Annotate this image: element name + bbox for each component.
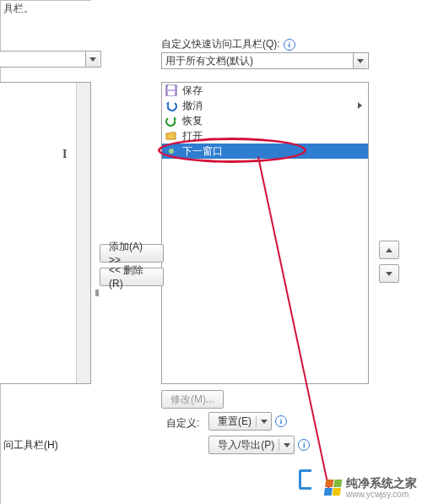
left-dropdown-truncated[interactable] <box>0 51 101 68</box>
redo-icon <box>165 115 177 127</box>
list-item[interactable]: 撤消 <box>162 98 368 113</box>
import-export-dropdown-button[interactable]: 导入/导出(P) <box>208 436 295 454</box>
list-item-label: 撤消 <box>182 99 203 113</box>
list-item-label: 恢复 <box>182 114 203 128</box>
customize-reset-label: 自定义: <box>166 416 199 431</box>
move-up-button[interactable] <box>379 241 399 259</box>
info-icon[interactable]: i <box>298 439 310 451</box>
move-down-button[interactable] <box>379 264 399 283</box>
truncated-top-text: 具栏。 <box>3 2 34 16</box>
windows-logo-icon <box>324 480 343 496</box>
info-icon[interactable]: i <box>284 39 295 51</box>
target-document-dropdown[interactable]: 用于所有文档(默认) <box>161 52 369 69</box>
dot-icon <box>165 145 177 157</box>
save-icon <box>165 84 177 96</box>
list-item-label: 下一窗口 <box>182 144 223 159</box>
left-command-list-truncated[interactable] <box>0 82 91 384</box>
list-item[interactable]: 恢复 <box>162 113 368 128</box>
list-item-label: 保存 <box>182 84 203 98</box>
quick-access-list[interactable]: 保存 撤消 恢复 打开 下一窗口 <box>161 82 369 384</box>
open-icon <box>165 130 177 142</box>
customize-label: 自定义快速访问工具栏(Q): <box>161 37 280 51</box>
reset-dropdown-button[interactable]: 重置(E) <box>208 412 272 431</box>
chevron-down-icon[interactable] <box>85 51 100 67</box>
grip-icon <box>95 290 99 293</box>
add-button[interactable]: 添加(A) >> <box>100 244 164 263</box>
list-item[interactable]: 保存 <box>162 83 368 98</box>
text-cursor-icon: I <box>62 148 67 161</box>
decorative-bracket-icon <box>299 469 311 490</box>
submenu-indicator-icon <box>358 102 365 109</box>
svg-point-3 <box>169 149 174 154</box>
list-item-label: 打开 <box>182 129 203 144</box>
scrollbar[interactable] <box>76 83 90 383</box>
remove-button[interactable]: << 删除(R) <box>100 268 164 286</box>
list-item[interactable]: 下一窗口 <box>162 144 368 159</box>
truncated-link-text[interactable]: 问工具栏(H) <box>3 438 58 453</box>
chevron-down-icon[interactable] <box>353 53 367 68</box>
undo-icon <box>165 100 177 111</box>
watermark: 纯净系统之家 www.ycwjsy.com <box>325 477 417 499</box>
modify-button[interactable]: 修改(M)... <box>161 390 224 409</box>
list-item[interactable]: 打开 <box>162 128 368 144</box>
info-icon[interactable]: i <box>275 415 287 427</box>
dropdown-selected-text: 用于所有文档(默认) <box>165 54 353 68</box>
svg-rect-1 <box>168 85 175 89</box>
svg-rect-2 <box>168 91 175 95</box>
